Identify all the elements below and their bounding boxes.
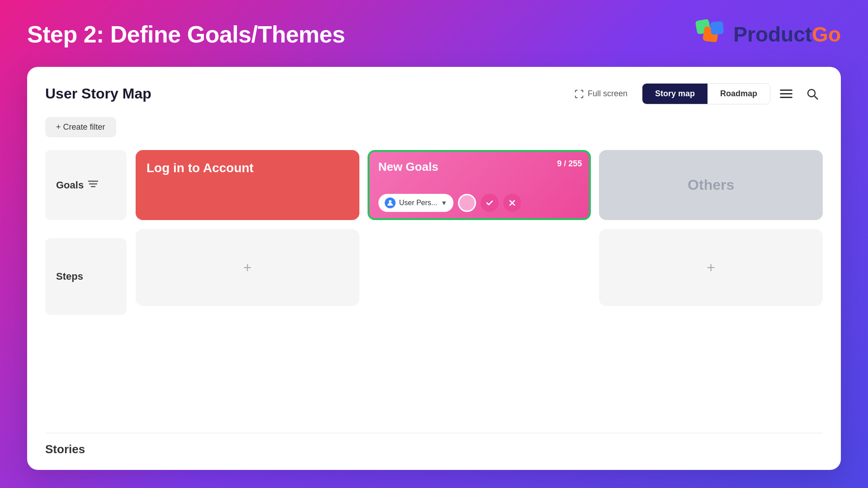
- goals-row: Log in to Account New Goals 9 / 255: [136, 150, 823, 220]
- fullscreen-icon: [574, 89, 584, 99]
- steps-row: + +: [136, 229, 823, 306]
- step-card-3[interactable]: +: [599, 229, 823, 306]
- cards-grid: Log in to Account New Goals 9 / 255: [136, 150, 823, 428]
- goals-row-label: Goals: [45, 150, 127, 220]
- goal-others-title: Others: [688, 177, 734, 193]
- goal-new-counter: 9 / 255: [557, 159, 582, 169]
- svg-rect-4: [780, 93, 793, 94]
- logo-product: Product: [733, 23, 812, 46]
- logo-text: ProductGo: [733, 22, 841, 47]
- search-icon: [806, 88, 819, 100]
- filter-bar: + Create filter: [45, 117, 823, 137]
- logo-icon: [694, 18, 727, 51]
- menu-button[interactable]: [776, 84, 797, 104]
- toolbar-right: Full screen Story map Roadmap: [565, 83, 823, 104]
- persona-dropdown[interactable]: User Pers... ▼: [378, 194, 453, 212]
- content-area: Goals Steps Log in to Account: [45, 150, 823, 428]
- add-step-icon-1: +: [243, 259, 252, 276]
- svg-point-6: [808, 89, 815, 97]
- logo-area: ProductGo: [694, 18, 841, 51]
- goal-card-new-goals[interactable]: New Goals 9 / 255 User Pers... ▼: [368, 150, 591, 220]
- page-header: Step 2: Define Goals/Themes ProductGo: [27, 18, 841, 51]
- goal-new-title: New Goals: [378, 160, 580, 174]
- svg-line-7: [815, 96, 818, 99]
- cancel-button[interactable]: [503, 194, 521, 212]
- goals-filter-icon: [88, 180, 98, 190]
- story-map-tab[interactable]: Story map: [642, 84, 708, 104]
- roadmap-tab[interactable]: Roadmap: [708, 84, 770, 104]
- goal-card-login[interactable]: Log in to Account: [136, 150, 359, 220]
- fullscreen-label: Full screen: [588, 89, 627, 99]
- toolbar: User Story Map Full screen Story map Roa…: [45, 83, 823, 104]
- persona-label: User Pers...: [399, 199, 437, 207]
- svg-rect-3: [780, 89, 793, 91]
- fullscreen-button[interactable]: Full screen: [565, 84, 637, 103]
- create-filter-button[interactable]: + Create filter: [45, 117, 116, 137]
- persona-icon: [385, 197, 396, 208]
- svg-point-11: [389, 200, 392, 203]
- row-labels: Goals Steps: [45, 150, 127, 428]
- add-step-icon-3: +: [707, 259, 715, 276]
- steps-label-text: Steps: [56, 271, 83, 282]
- goals-label-text: Goals: [56, 179, 84, 191]
- goal-card-others[interactable]: Others: [599, 150, 823, 220]
- confirm-button[interactable]: [481, 194, 499, 212]
- search-button[interactable]: [802, 84, 823, 104]
- svg-rect-5: [780, 97, 793, 98]
- steps-row-label: Steps: [45, 238, 127, 315]
- page-title: Step 2: Define Goals/Themes: [27, 21, 345, 48]
- step-card-2: [368, 229, 591, 306]
- app-title: User Story Map: [45, 85, 151, 102]
- chevron-down-icon: ▼: [441, 199, 447, 206]
- color-picker-circle[interactable]: [458, 194, 476, 212]
- stories-section: Stories: [45, 433, 823, 456]
- main-card: User Story Map Full screen Story map Roa…: [27, 67, 841, 470]
- step-card-1[interactable]: +: [136, 229, 359, 306]
- menu-icon: [780, 89, 793, 99]
- stories-title: Stories: [45, 442, 85, 456]
- svg-rect-2: [710, 21, 724, 35]
- goal-new-bottom: User Pers... ▼: [378, 194, 580, 212]
- tab-group: Story map Roadmap: [642, 83, 770, 104]
- logo-go: Go: [812, 23, 841, 46]
- goal-login-title: Log in to Account: [146, 161, 254, 175]
